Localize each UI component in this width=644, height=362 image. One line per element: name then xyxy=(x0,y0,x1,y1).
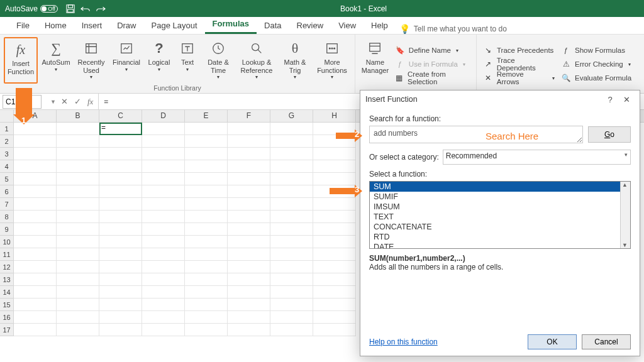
cell[interactable] xyxy=(14,173,57,185)
cell[interactable] xyxy=(14,273,57,286)
row-header[interactable]: 10 xyxy=(0,236,14,248)
cell[interactable] xyxy=(142,236,185,248)
cell[interactable] xyxy=(142,135,185,148)
tell-me[interactable]: 💡 Tell me what you want to do xyxy=(399,24,507,34)
cell[interactable] xyxy=(270,160,313,173)
cell[interactable] xyxy=(313,236,356,248)
cells[interactable]: = xyxy=(14,123,356,336)
function-item[interactable]: IMSUM xyxy=(370,202,620,212)
remove-arrows-button[interactable]: ✕Remove Arrows ▾ xyxy=(480,72,557,85)
row-header[interactable]: 2 xyxy=(0,135,14,148)
cell[interactable] xyxy=(142,148,185,160)
cell[interactable] xyxy=(270,198,313,211)
cell[interactable] xyxy=(228,236,270,248)
cell[interactable] xyxy=(57,123,99,135)
tab-formulas[interactable]: Formulas xyxy=(205,16,257,34)
cell[interactable] xyxy=(57,160,99,173)
cell[interactable] xyxy=(185,198,228,211)
dialog-title-bar[interactable]: Insert Function ? ✕ xyxy=(360,90,640,108)
function-item[interactable]: CONCATENATE xyxy=(370,222,620,232)
cell[interactable] xyxy=(270,185,313,198)
cell[interactable] xyxy=(313,211,356,223)
cell[interactable] xyxy=(228,148,270,160)
row-header[interactable]: 8 xyxy=(0,211,14,223)
search-input[interactable]: add numbers xyxy=(369,126,583,143)
cell[interactable] xyxy=(185,261,228,273)
save-icon[interactable] xyxy=(63,0,78,17)
function-item[interactable]: DATE xyxy=(370,242,620,249)
function-item[interactable]: RTD xyxy=(370,232,620,242)
cell[interactable] xyxy=(313,324,356,336)
close-icon[interactable]: ✕ xyxy=(618,95,635,104)
cell[interactable] xyxy=(99,148,142,160)
cell[interactable] xyxy=(99,286,142,299)
cell[interactable] xyxy=(14,148,57,160)
cell[interactable] xyxy=(270,173,313,185)
cell[interactable] xyxy=(313,198,356,211)
cell[interactable] xyxy=(14,223,57,236)
name-manager-button[interactable]: Name Manager xyxy=(359,37,391,91)
col-header[interactable]: C xyxy=(99,110,142,122)
cell[interactable] xyxy=(57,148,99,160)
cell[interactable] xyxy=(185,160,228,173)
cell[interactable] xyxy=(57,223,99,236)
redo-icon[interactable] xyxy=(93,0,108,17)
cell[interactable] xyxy=(14,324,57,336)
cell[interactable] xyxy=(99,135,142,148)
create-from-selection-button[interactable]: ▦Create from Selection xyxy=(392,72,472,85)
cell[interactable] xyxy=(228,211,270,223)
col-header[interactable]: G xyxy=(270,110,313,122)
row-header[interactable]: 16 xyxy=(0,311,14,324)
row-header[interactable]: 12 xyxy=(0,261,14,273)
text-button[interactable]: Text▾ xyxy=(175,37,200,84)
cell[interactable] xyxy=(185,211,228,223)
col-header[interactable]: H xyxy=(313,110,356,122)
cell[interactable] xyxy=(228,173,270,185)
category-select[interactable]: Recommended▾ xyxy=(443,150,631,165)
function-listbox[interactable]: SUMSUMIFIMSUMTEXTCONCATENATERTDDATE xyxy=(369,181,631,249)
cell[interactable] xyxy=(99,198,142,211)
fx-bar-icon[interactable]: fx xyxy=(87,97,93,107)
cell[interactable] xyxy=(313,223,356,236)
financial-button[interactable]: Financial▾ xyxy=(109,37,143,84)
tab-review[interactable]: Review xyxy=(289,18,331,34)
cell[interactable] xyxy=(57,211,99,223)
cell[interactable] xyxy=(57,236,99,248)
cell[interactable] xyxy=(270,286,313,299)
cell[interactable] xyxy=(185,135,228,148)
tab-insert[interactable]: Insert xyxy=(74,18,110,34)
cell[interactable] xyxy=(142,198,185,211)
cell[interactable] xyxy=(313,148,356,160)
tab-home[interactable]: Home xyxy=(37,18,74,34)
cell[interactable] xyxy=(228,248,270,261)
cell[interactable] xyxy=(57,324,99,336)
cell[interactable] xyxy=(270,211,313,223)
cell[interactable] xyxy=(228,324,270,336)
cell[interactable] xyxy=(57,185,99,198)
cell[interactable] xyxy=(142,324,185,336)
tab-page-layout[interactable]: Page Layout xyxy=(144,18,205,34)
enter-icon[interactable]: ✓ xyxy=(74,97,81,106)
insert-function-button[interactable]: fx Insert Function xyxy=(4,37,38,84)
col-header[interactable]: D xyxy=(142,110,185,122)
cell[interactable] xyxy=(228,311,270,324)
cell[interactable] xyxy=(270,148,313,160)
cell[interactable] xyxy=(57,248,99,261)
cell[interactable] xyxy=(142,311,185,324)
error-checking-button[interactable]: ⚠Error Checking ▾ xyxy=(558,58,640,71)
trace-dependents-button[interactable]: ↗Trace Dependents xyxy=(480,58,557,71)
cell[interactable] xyxy=(228,123,270,135)
cell[interactable] xyxy=(99,236,142,248)
cell[interactable] xyxy=(14,311,57,324)
select-all-corner[interactable] xyxy=(0,110,14,122)
cell[interactable] xyxy=(228,299,270,311)
cell[interactable] xyxy=(99,311,142,324)
tab-draw[interactable]: Draw xyxy=(109,18,143,34)
cell[interactable] xyxy=(99,211,142,223)
cell[interactable] xyxy=(228,198,270,211)
cell[interactable] xyxy=(185,223,228,236)
tab-help[interactable]: Help xyxy=(364,18,396,34)
cell[interactable] xyxy=(270,248,313,261)
autosave-switch[interactable]: Off xyxy=(40,5,58,13)
cell[interactable] xyxy=(142,273,185,286)
